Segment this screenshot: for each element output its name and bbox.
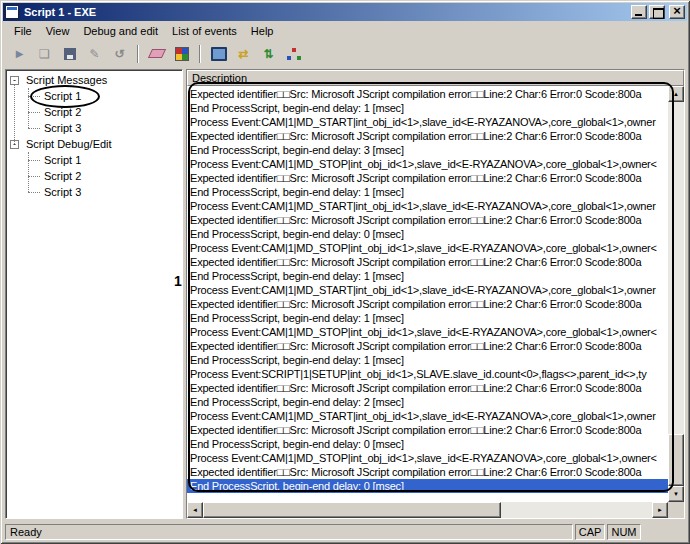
- close-button[interactable]: [669, 5, 685, 19]
- object-tree-button[interactable]: [282, 43, 305, 65]
- tree-item-label: Script 2: [42, 170, 83, 182]
- monitor-button[interactable]: [207, 43, 230, 65]
- log-panel: Description Expected identifier□□Src: Mi…: [186, 69, 685, 519]
- caps-lock-indicator: CAP: [575, 524, 605, 540]
- application-window: Script 1 - EXE FileViewDebug and editLis…: [0, 0, 690, 544]
- log-row[interactable]: End ProcessScript, begin-end delay: 0 [m…: [187, 437, 668, 451]
- log-row[interactable]: Process Event:CAM|1|MD_START|int_obj_id<…: [187, 115, 668, 129]
- log-row[interactable]: Process Event:CAM|1|MD_START|int_obj_id<…: [187, 409, 668, 423]
- tree-item-script-messages-script-1[interactable]: Script 1: [8, 88, 180, 104]
- yellow-arrows-icon: [236, 46, 252, 62]
- vertical-scroll-thumb[interactable]: [668, 434, 684, 486]
- log-row[interactable]: Process Event:CAM|1|MD_STOP|int_obj_id<1…: [187, 157, 668, 171]
- scrollbar-corner: [668, 502, 684, 518]
- tree-item-script-debug-edit-script-3[interactable]: Script 3: [8, 184, 180, 200]
- tree-group-script-debug-edit[interactable]: -Script Debug/Edit: [8, 136, 180, 152]
- window-icon[interactable]: [5, 5, 19, 19]
- log-row[interactable]: Expected identifier□□Src: Microsoft JScr…: [187, 339, 668, 353]
- log-row[interactable]: Expected identifier□□Src: Microsoft JScr…: [187, 213, 668, 227]
- run-button[interactable]: [8, 43, 31, 65]
- log-row[interactable]: Process Event:CAM|1|MD_STOP|int_obj_id<1…: [187, 241, 668, 255]
- menu-item-list-of-events[interactable]: List of events: [165, 23, 244, 39]
- num-lock-label: NUM: [611, 526, 636, 538]
- toolbar: [3, 40, 687, 67]
- document-edit-icon: [87, 46, 103, 62]
- menu-item-file[interactable]: File: [7, 23, 39, 39]
- log-row[interactable]: End ProcessScript, begin-end delay: 1 [m…: [187, 269, 668, 283]
- horizontal-scroll-thumb[interactable]: [203, 502, 501, 518]
- toolbar-separator: [199, 45, 201, 63]
- log-row[interactable]: Process Event:CAM|1|MD_STOP|int_obj_id<1…: [187, 451, 668, 465]
- check-script-button[interactable]: [257, 43, 280, 65]
- scroll-down-button[interactable]: ▼: [668, 486, 684, 502]
- green-arrows-icon: [261, 46, 277, 62]
- num-lock-indicator: NUM: [607, 524, 641, 540]
- main-area: -Script MessagesScript 1Script 2Script 3…: [3, 67, 687, 521]
- log-row[interactable]: Expected identifier□□Src: Microsoft JScr…: [187, 87, 668, 101]
- titlebar[interactable]: Script 1 - EXE: [3, 3, 687, 21]
- log-row[interactable]: End ProcessScript, begin-end delay: 1 [m…: [187, 101, 668, 115]
- log-row[interactable]: End ProcessScript, begin-end delay: 0 [m…: [187, 479, 668, 493]
- menu-item-help[interactable]: Help: [244, 23, 281, 39]
- tree-item-script-debug-edit-script-2[interactable]: Script 2: [8, 168, 180, 184]
- tree-item-script-messages-script-2[interactable]: Script 2: [8, 104, 180, 120]
- log-row[interactable]: Expected identifier□□Src: Microsoft JScr…: [187, 423, 668, 437]
- toolbar-separator: [137, 45, 139, 63]
- log-row[interactable]: Process Event:CAM|1|MD_START|int_obj_id<…: [187, 283, 668, 297]
- tree-item-label: Script 3: [42, 186, 83, 198]
- scroll-up-button[interactable]: ▲: [668, 86, 684, 102]
- status-message: Ready: [5, 524, 573, 540]
- log-row[interactable]: End ProcessScript, begin-end delay: 2 [m…: [187, 395, 668, 409]
- tree-item-label: Script 1: [42, 90, 83, 102]
- log-row[interactable]: Expected identifier□□Src: Microsoft JScr…: [187, 381, 668, 395]
- log-row[interactable]: Expected identifier□□Src: Microsoft JScr…: [187, 171, 668, 185]
- log-row[interactable]: Process Event:CAM|1|MD_STOP|int_obj_id<1…: [187, 325, 668, 339]
- menu-item-view[interactable]: View: [39, 23, 77, 39]
- log-row[interactable]: End ProcessScript, begin-end delay: 0 [m…: [187, 227, 668, 241]
- vertical-scrollbar[interactable]: ▲ ▼: [668, 86, 684, 502]
- status-bar: Ready CAP NUM: [3, 521, 687, 541]
- eraser-icon: [149, 46, 165, 62]
- event-grid-button[interactable]: [170, 43, 193, 65]
- log-row[interactable]: Expected identifier□□Src: Microsoft JScr…: [187, 465, 668, 479]
- log-row[interactable]: Expected identifier□□Src: Microsoft JScr…: [187, 297, 668, 311]
- script-tree: -Script MessagesScript 1Script 2Script 3…: [6, 70, 182, 518]
- tree-item-label: Script 3: [42, 122, 83, 134]
- log-row[interactable]: End ProcessScript, begin-end delay: 1 [m…: [187, 311, 668, 325]
- tree-group-script-messages[interactable]: -Script Messages: [8, 72, 180, 88]
- document-icon: [37, 46, 53, 62]
- maximize-button[interactable]: [649, 5, 665, 19]
- menu-item-debug-and-edit[interactable]: Debug and edit: [76, 23, 165, 39]
- tree-item-script-debug-edit-script-1[interactable]: Script 1: [8, 152, 180, 168]
- clear-log-button[interactable]: [145, 43, 168, 65]
- horizontal-scrollbar[interactable]: ◄ ►: [187, 502, 668, 518]
- tree-group-label: Script Messages: [24, 74, 109, 86]
- scroll-left-button[interactable]: ◄: [187, 502, 203, 518]
- save-button[interactable]: [58, 43, 81, 65]
- send-event-button[interactable]: [232, 43, 255, 65]
- log-row[interactable]: End ProcessScript, begin-end delay: 1 [m…: [187, 185, 668, 199]
- tree-item-script-messages-script-3[interactable]: Script 3: [8, 120, 180, 136]
- reload-button[interactable]: [108, 43, 131, 65]
- tree-group-label: Script Debug/Edit: [24, 138, 114, 150]
- tree-item-label: Script 2: [42, 106, 83, 118]
- monitor-icon: [211, 46, 227, 62]
- new-script-button[interactable]: [33, 43, 56, 65]
- log-row[interactable]: End ProcessScript, begin-end delay: 1 [m…: [187, 353, 668, 367]
- scroll-right-button[interactable]: ►: [652, 502, 668, 518]
- minimize-button[interactable]: [631, 5, 647, 19]
- log-row[interactable]: Expected identifier□□Src: Microsoft JScr…: [187, 129, 668, 143]
- menu-bar: FileViewDebug and editList of eventsHelp: [3, 21, 687, 40]
- expand-collapse-toggle[interactable]: -: [10, 76, 19, 85]
- floppy-icon: [62, 46, 78, 62]
- description-column-header[interactable]: Description: [187, 70, 684, 86]
- play-icon: [12, 46, 28, 62]
- window-title: Script 1 - EXE: [21, 6, 629, 18]
- log-row[interactable]: Process Event:CAM|1|MD_START|int_obj_id<…: [187, 199, 668, 213]
- edit-script-button[interactable]: [83, 43, 106, 65]
- caps-lock-label: CAP: [579, 526, 602, 538]
- log-row[interactable]: Expected identifier□□Src: Microsoft JScr…: [187, 255, 668, 269]
- log-row[interactable]: Process Event:SCRIPT|1|SETUP|int_obj_id<…: [187, 367, 668, 381]
- tree-children-script-debug-edit: Script 1Script 2Script 3: [8, 152, 180, 200]
- log-row[interactable]: End ProcessScript, begin-end delay: 3 [m…: [187, 143, 668, 157]
